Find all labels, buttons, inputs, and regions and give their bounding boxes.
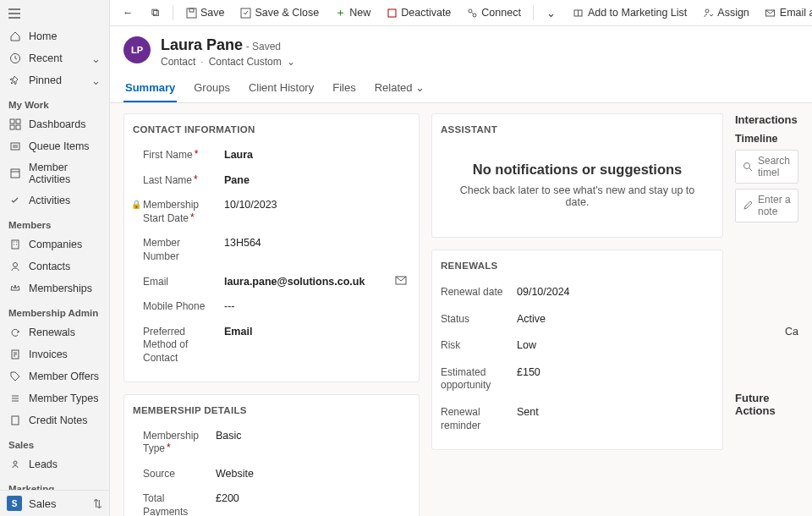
sidebar-item-dashboards[interactable]: Dashboards (0, 113, 109, 135)
content-area: CONTACT INFORMATION First Name* Laura La… (110, 103, 812, 516)
avatar: LP (123, 36, 151, 63)
field-estimated-opportunity[interactable]: Estimated opportunity£150 (441, 360, 714, 399)
new-button[interactable]: ＋New (327, 3, 377, 22)
sidebar-item-credit-notes[interactable]: Credit Notes (0, 409, 109, 431)
svg-point-8 (14, 263, 18, 267)
membership-details-card: MEMBERSHIP DETAILS Membership Type* Basi… (123, 394, 420, 516)
field-last-name[interactable]: Last Name* Pane (133, 168, 410, 194)
card-title: CONTACT INFORMATION (133, 124, 410, 134)
arrow-left-icon: ← (122, 7, 134, 19)
sidebar-item-invoices[interactable]: Invoices (0, 343, 109, 365)
svg-point-16 (469, 9, 472, 13)
field-renewal-reminder[interactable]: Renewal reminderSent (441, 399, 714, 439)
field-renewal-risk[interactable]: RiskLow (441, 332, 714, 360)
field-membership-type[interactable]: Membership Type* Basic (133, 424, 410, 462)
sidebar-item-member-offers[interactable]: Member Offers (0, 365, 109, 387)
card-title: RENEWALS (441, 261, 714, 271)
chevron-down-icon: ⌄ (91, 74, 101, 87)
field-email[interactable]: Email laura.pane@solutions.co.uk (133, 270, 410, 295)
field-mobile[interactable]: Mobile Phone --- (133, 294, 410, 320)
main: ← ⧉ Save Save & Close ＋New Deactivate Co… (110, 0, 812, 516)
svg-point-11 (14, 461, 17, 464)
sidebar-item-member-types[interactable]: Member Types (0, 387, 109, 409)
assistant-headline: No notifications or suggestions (449, 162, 705, 178)
timeline-title: Timeline (735, 133, 798, 145)
hamburger-icon (8, 8, 20, 19)
sidebar-item-label: Member Types (29, 392, 98, 404)
sidebar-item-label: Invoices (29, 349, 68, 360)
search-icon (743, 162, 753, 172)
connect-dropdown[interactable]: ⌄ (539, 3, 564, 22)
save-close-button[interactable]: Save & Close (233, 3, 326, 22)
field-membership-start[interactable]: 🔒 Membership Start Date* 10/10/2023 (133, 193, 410, 231)
form-selector[interactable]: Contact Custom (209, 56, 282, 68)
building-icon (8, 238, 22, 251)
sidebar-section-header: Sales (0, 431, 109, 453)
deactivate-button[interactable]: Deactivate (379, 3, 458, 22)
sidebar-item-queue[interactable]: Queue Items (0, 135, 109, 157)
sidebar-item-pinned[interactable]: Pinned ⌄ (0, 69, 109, 91)
svg-rect-12 (187, 8, 196, 18)
open-new-window-button[interactable]: ⧉ (142, 3, 167, 22)
assistant-subtext: Check back later to see what's new and s… (449, 184, 705, 208)
field-renewal-date[interactable]: Renewal date09/10/2024 (441, 279, 714, 306)
svg-rect-6 (11, 169, 19, 178)
timeline-note-input[interactable]: Enter a note (735, 189, 798, 222)
chevron-down-icon: ⌄ (415, 81, 425, 94)
sidebar-item-memberships[interactable]: Memberships (0, 277, 109, 299)
sidebar-item-member-activities[interactable]: Member Activities (0, 157, 109, 189)
popout-icon: ⧉ (149, 7, 161, 19)
area-switcher[interactable]: S Sales ⇅ (0, 490, 109, 516)
tab-related[interactable]: Related⌄ (373, 76, 427, 102)
sidebar-section-header: Membership Admin (0, 299, 109, 321)
tab-groups[interactable]: Groups (192, 76, 232, 102)
task-icon (8, 194, 22, 207)
field-source[interactable]: Source Website (133, 462, 410, 487)
entity-label: Contact (161, 56, 195, 68)
field-first-name[interactable]: First Name* Laura (133, 143, 410, 168)
svg-rect-4 (16, 125, 20, 129)
sidebar-item-contacts[interactable]: Contacts (0, 255, 109, 277)
email-link-button[interactable]: Email a Link (758, 3, 812, 22)
field-preferred-contact[interactable]: Preferred Method of Contact Email (133, 320, 410, 371)
sidebar-section-header: Members (0, 211, 109, 233)
tab-summary[interactable]: Summary (123, 76, 177, 102)
card-title: ASSISTANT (441, 124, 714, 134)
chevron-down-icon: ⌄ (546, 7, 557, 19)
back-button[interactable]: ← (115, 3, 140, 22)
sidebar-item-leads[interactable]: Leads (0, 453, 109, 475)
list-icon (8, 392, 22, 405)
sidebar-item-activities[interactable]: Activities (0, 189, 109, 211)
add-marketing-button[interactable]: Add to Marketing List (566, 3, 694, 22)
pin-icon (8, 74, 22, 87)
svg-rect-15 (388, 9, 396, 17)
sidebar-item-renewals[interactable]: Renewals (0, 321, 109, 343)
sidebar-item-label: Dashboards (29, 118, 85, 130)
chevron-down-icon: ⌄ (287, 56, 295, 68)
activity-icon (8, 167, 22, 180)
sidebar-item-companies[interactable]: Companies (0, 233, 109, 255)
email-action-icon[interactable] (392, 276, 410, 286)
field-member-number[interactable]: Member Number 13H564 (133, 231, 410, 269)
crown-icon (8, 282, 22, 295)
assign-icon (702, 7, 714, 19)
nav-toggle-button[interactable] (0, 3, 109, 24)
sidebar-item-home[interactable]: Home (0, 25, 109, 47)
future-actions-title: Future Actions (735, 392, 798, 417)
tag-icon (8, 370, 22, 383)
sidebar-item-recent[interactable]: Recent ⌄ (0, 47, 109, 69)
timeline-search-input[interactable]: Search timel (735, 150, 798, 184)
save-button[interactable]: Save (178, 3, 232, 22)
tab-client-history[interactable]: Client History (247, 76, 315, 102)
required-indicator: * (167, 442, 171, 453)
sidebar-section-header: My Work (0, 91, 109, 113)
truncated-link[interactable]: Ca (735, 321, 798, 343)
separator (173, 5, 173, 20)
field-renewal-status[interactable]: StatusActive (441, 306, 714, 333)
sidebar-item-label: Member Activities (29, 162, 101, 185)
field-total-payments[interactable]: Total Payments £200 (133, 486, 410, 516)
tab-files[interactable]: Files (331, 76, 357, 102)
assign-button[interactable]: Assign (695, 3, 756, 22)
connect-button[interactable]: Connect (459, 3, 528, 22)
svg-rect-1 (10, 119, 14, 124)
